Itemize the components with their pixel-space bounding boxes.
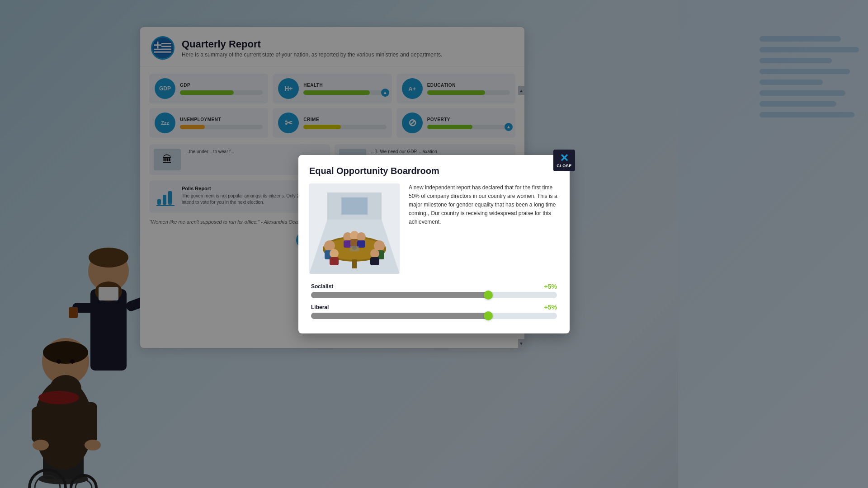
modal-overlay: ✕ CLOSE Equal Opportunity Boardroom: [0, 0, 868, 488]
svg-rect-53: [342, 198, 367, 214]
liberal-label-row: Liberal +5%: [311, 304, 557, 311]
svg-point-63: [370, 249, 379, 258]
modal-description: A new independent report has declared th…: [409, 183, 559, 227]
event-modal: ✕ CLOSE Equal Opportunity Boardroom: [298, 155, 570, 333]
svg-point-72: [352, 245, 357, 250]
svg-point-69: [357, 232, 366, 241]
svg-point-59: [330, 249, 339, 258]
socialist-thumb[interactable]: [484, 291, 493, 300]
svg-rect-56: [352, 259, 357, 268]
socialist-track: [311, 292, 557, 298]
socialist-label-row: Socialist +5%: [311, 283, 557, 290]
liberal-value: +5%: [544, 304, 557, 311]
socialist-slider-row: Socialist +5%: [311, 283, 557, 298]
socialist-value: +5%: [544, 283, 557, 290]
modal-body: Equal Opportunity Boardroom: [298, 155, 570, 333]
socialist-fill: [311, 292, 488, 298]
svg-rect-64: [370, 257, 379, 265]
sliders-section: Socialist +5% Liberal +5%: [309, 283, 559, 319]
liberal-fill: [311, 313, 488, 319]
modal-close-button[interactable]: ✕ CLOSE: [553, 150, 575, 171]
close-x-icon: ✕: [560, 153, 569, 164]
modal-content-row: A new independent report has declared th…: [309, 183, 559, 274]
close-label: CLOSE: [557, 164, 572, 168]
socialist-label: Socialist: [311, 283, 333, 290]
svg-rect-60: [330, 257, 339, 265]
boardroom-image: [309, 183, 400, 274]
liberal-slider-row: Liberal +5%: [311, 304, 557, 319]
liberal-thumb[interactable]: [484, 311, 493, 320]
modal-title: Equal Opportunity Boardroom: [309, 166, 559, 176]
liberal-track: [311, 313, 557, 319]
boardroom-svg: [309, 183, 400, 274]
liberal-label: Liberal: [311, 304, 329, 310]
